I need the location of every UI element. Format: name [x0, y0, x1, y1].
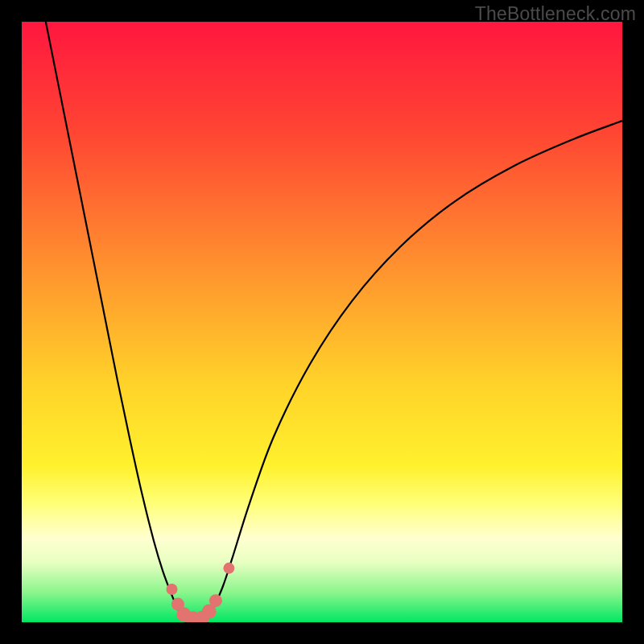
plot-area	[22, 22, 622, 622]
gradient-background	[22, 22, 622, 622]
outer-frame: TheBottleneck.com	[0, 0, 644, 644]
valley-marker	[167, 584, 178, 595]
valley-marker	[209, 594, 222, 607]
valley-marker	[223, 563, 234, 574]
chart-svg	[22, 22, 622, 622]
